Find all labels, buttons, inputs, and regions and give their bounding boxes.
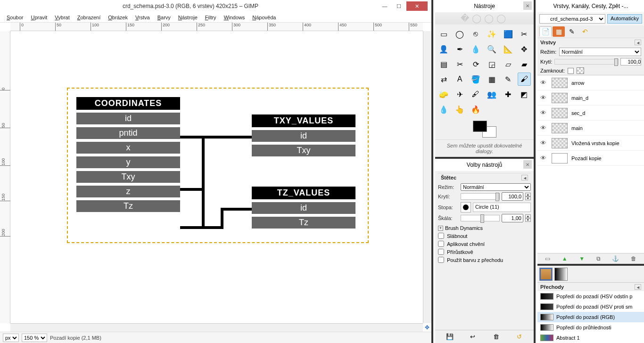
scissors-icon[interactable]: ✂ xyxy=(518,27,531,41)
brush-preview[interactable] xyxy=(461,202,471,212)
layer-item[interactable]: 👁main xyxy=(537,121,644,136)
blur-icon[interactable]: 💧 xyxy=(437,103,450,116)
raise-layer-icon[interactable]: ▲ xyxy=(562,255,568,262)
menu-nástroje[interactable]: Nástroje xyxy=(174,13,201,22)
visibility-icon[interactable]: 👁 xyxy=(540,124,548,131)
zoom-select[interactable]: 150 % xyxy=(22,334,47,342)
minimize-button[interactable]: — xyxy=(378,1,391,11)
navigation-icon[interactable]: ✥ xyxy=(423,323,431,332)
perspective-icon[interactable]: ▰ xyxy=(518,57,531,71)
anchor-layer-icon[interactable]: ⚓ xyxy=(612,255,619,262)
fade-checkbox[interactable] xyxy=(438,233,444,239)
reset-preset-icon[interactable]: ↺ xyxy=(515,333,523,341)
clone-icon[interactable]: 👥 xyxy=(485,88,498,101)
scale-icon[interactable]: ◲ xyxy=(485,57,498,71)
layer-mode-select[interactable]: Normální xyxy=(559,48,641,56)
jitter-checkbox[interactable] xyxy=(438,241,444,247)
crop-icon[interactable]: ✂ xyxy=(453,57,466,71)
layer-item[interactable]: 👁Pozadí kopie xyxy=(537,151,644,166)
lower-layer-icon[interactable]: ▼ xyxy=(579,255,585,262)
brush-dynamics-expander[interactable]: +Brush Dynamics xyxy=(438,225,531,231)
visibility-icon[interactable]: 👁 xyxy=(540,94,548,101)
eraser-icon[interactable]: 🧽 xyxy=(437,88,450,101)
image-select[interactable]: crd_schema.psd-3 xyxy=(539,14,605,24)
new-layer-icon[interactable]: ▭ xyxy=(545,255,550,262)
active-gradient[interactable] xyxy=(554,268,568,281)
free-select-icon[interactable]: ⎋ xyxy=(469,27,482,41)
layer-item[interactable]: 👁Vložená vrstva kopie xyxy=(537,136,644,151)
tab-undo[interactable]: ↶ xyxy=(579,26,591,37)
menu-vybrat[interactable]: Vybrat xyxy=(51,13,73,22)
gradient-item[interactable]: Popředí do pozadí (RGB) xyxy=(537,312,644,322)
menu-vrstva[interactable]: Vrstva xyxy=(132,13,154,22)
perspective-clone-icon[interactable]: ◩ xyxy=(518,88,531,101)
color-swatches[interactable] xyxy=(435,119,534,139)
visibility-icon[interactable]: 👁 xyxy=(540,155,548,162)
brush-name[interactable]: Circle (11) xyxy=(473,203,531,212)
rect-select-icon[interactable]: ▭ xyxy=(437,27,450,41)
ruler-horizontal[interactable]: 050100150200250300350400450500550 xyxy=(10,23,423,31)
align-icon[interactable]: ▤ xyxy=(437,57,450,71)
duplicate-layer-icon[interactable]: ⧉ xyxy=(596,255,601,262)
opacity-input[interactable] xyxy=(502,192,523,201)
menu-filtry[interactable]: Filtry xyxy=(201,13,220,22)
unit-select[interactable]: px xyxy=(3,334,19,342)
panel-menu-icon[interactable]: ◂ xyxy=(521,175,528,180)
visibility-icon[interactable]: 👁 xyxy=(540,139,548,147)
scale-input[interactable] xyxy=(502,214,523,222)
layer-opacity-slider[interactable] xyxy=(554,59,619,65)
smudge-icon[interactable]: 👆 xyxy=(453,103,466,116)
text-icon[interactable]: A xyxy=(453,73,466,86)
menu-zobrazení[interactable]: Zobrazení xyxy=(74,13,105,22)
gradient-item[interactable]: Popředí do pozadí (HSV odstín p xyxy=(537,291,644,302)
scrollbar-vertical[interactable] xyxy=(423,31,431,323)
gradient-item[interactable]: Popředí do pozadí (HSV proti sm xyxy=(537,302,644,312)
color-picker-icon[interactable]: 💧 xyxy=(469,42,482,56)
mode-select[interactable]: Normální xyxy=(461,183,531,191)
auto-button[interactable]: Automaticky xyxy=(607,14,642,24)
gradient-item[interactable]: Popředí do průhlednosti xyxy=(537,322,644,333)
active-pattern[interactable] xyxy=(539,268,553,281)
measure-icon[interactable]: 📐 xyxy=(502,42,515,56)
panel-menu-icon[interactable]: ◂ xyxy=(635,284,641,290)
use-gradient-checkbox[interactable] xyxy=(438,257,444,263)
color-select-icon[interactable]: 🟦 xyxy=(502,27,515,41)
layer-item[interactable]: 👁arrow xyxy=(537,75,644,90)
scrollbar-horizontal[interactable] xyxy=(10,323,423,332)
opacity-spinner[interactable]: ▴▾ xyxy=(525,193,531,200)
close-button[interactable]: ✕ xyxy=(406,1,428,11)
menu-nápověda[interactable]: Nápověda xyxy=(248,13,280,22)
move-icon[interactable]: ✥ xyxy=(518,42,531,56)
heal-icon[interactable]: ✚ xyxy=(502,88,515,101)
gradient-list[interactable]: Popředí do pozadí (HSV odstín pPopředí d… xyxy=(537,291,644,343)
ink-icon[interactable]: 🖋 xyxy=(469,88,482,101)
shear-icon[interactable]: ▱ xyxy=(502,57,515,71)
menu-obrázek[interactable]: Obrázek xyxy=(104,13,132,22)
visibility-icon[interactable]: 👁 xyxy=(540,79,548,86)
airbrush-icon[interactable]: ✈ xyxy=(453,88,466,101)
paintbrush-icon[interactable]: 🖌 xyxy=(518,73,531,86)
save-preset-icon[interactable]: 💾 xyxy=(446,333,454,341)
scale-slider[interactable] xyxy=(461,215,500,221)
tab-channels[interactable]: ▦ xyxy=(553,26,565,37)
layer-item[interactable]: 👁main_d xyxy=(537,90,644,106)
lock-pixels-checkbox[interactable] xyxy=(568,68,574,74)
lock-alpha-checkbox[interactable] xyxy=(577,67,584,74)
menubar[interactable]: SouborUpravitVybratZobrazeníObrázekVrstv… xyxy=(0,12,431,23)
menu-upravit[interactable]: Upravit xyxy=(27,13,51,22)
delete-layer-icon[interactable]: 🗑 xyxy=(631,255,636,262)
dodge-icon[interactable]: 🔥 xyxy=(469,103,482,116)
menu-barvy[interactable]: Barvy xyxy=(154,13,174,22)
canvas[interactable]: COORDINATES idpntidxyTxyzTz TXY_VALUES i… xyxy=(10,31,423,323)
layer-opacity-input[interactable] xyxy=(620,58,641,65)
blend-icon[interactable]: ▦ xyxy=(485,73,498,86)
incremental-checkbox[interactable] xyxy=(438,249,444,255)
layer-item[interactable]: 👁sec_d xyxy=(537,106,644,121)
maximize-button[interactable]: ☐ xyxy=(392,1,405,11)
tab-layers[interactable]: 📄 xyxy=(539,26,552,37)
restore-preset-icon[interactable]: ↩ xyxy=(469,333,477,341)
delete-preset-icon[interactable]: 🗑 xyxy=(492,333,500,341)
rotate-icon[interactable]: ⟳ xyxy=(469,57,482,71)
close-icon[interactable]: ✕ xyxy=(523,1,532,10)
panel-menu-icon[interactable]: ◂ xyxy=(635,40,641,45)
